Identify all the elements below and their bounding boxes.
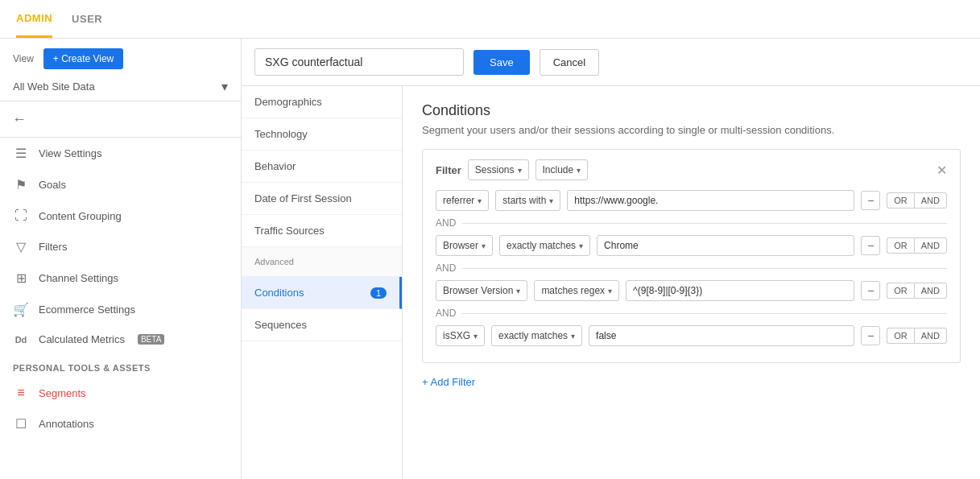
chevron-down-icon: ▾ <box>473 332 478 341</box>
remove-row-button-3[interactable]: − <box>861 281 880 300</box>
or-button-3[interactable]: OR <box>887 283 914 299</box>
chevron-down-icon: ▾ <box>221 79 228 94</box>
operator-selected-4: exactly matches <box>498 330 568 341</box>
segments-icon: ≡ <box>13 386 29 400</box>
or-and-group-1: OR AND <box>887 192 947 209</box>
sidebar-item-content-grouping[interactable]: ⛶ Content Grouping <box>0 200 241 231</box>
operator-selected-3: matches regex <box>541 285 605 296</box>
remove-row-button-4[interactable]: − <box>861 326 880 345</box>
segment-type-date-of-first-session[interactable]: Date of First Session <box>242 183 402 215</box>
filter-row-3: Browser Version ▾ matches regex ▾ − OR A… <box>436 280 947 301</box>
cancel-button[interactable]: Cancel <box>540 49 599 76</box>
top-nav: ADMIN USER <box>0 0 980 39</box>
field-selected-3: Browser Version <box>443 285 513 296</box>
field-selected-4: isSXG <box>443 330 470 341</box>
conditions-panel: Conditions Segment your users and/or the… <box>403 86 980 479</box>
sidebar-item-goals[interactable]: ⚑ Goals <box>0 169 241 200</box>
operator-dropdown-3[interactable]: matches regex ▾ <box>534 280 619 301</box>
content-grouping-icon: ⛶ <box>13 209 29 223</box>
field-dropdown-1[interactable]: referrer ▾ <box>436 190 489 211</box>
conditions-title: Conditions <box>422 102 961 119</box>
channel-icon: ⊞ <box>13 270 29 286</box>
tab-admin[interactable]: ADMIN <box>16 1 52 38</box>
and-button-1[interactable]: AND <box>914 192 947 209</box>
or-button-2[interactable]: OR <box>887 237 914 254</box>
scope-dropdown[interactable]: Sessions ▾ <box>468 159 529 180</box>
filter-label: Filter <box>436 164 461 176</box>
operator-dropdown-4[interactable]: exactly matches ▾ <box>491 325 582 346</box>
or-and-group-2: OR AND <box>887 237 947 254</box>
operator-dropdown-1[interactable]: starts with ▾ <box>495 190 560 211</box>
field-dropdown-4[interactable]: isSXG ▾ <box>436 325 485 346</box>
scope-selected: Sessions <box>475 164 515 175</box>
filter-close-button[interactable]: ✕ <box>937 163 947 178</box>
remove-row-button-2[interactable]: − <box>861 236 880 255</box>
and-button-2[interactable]: AND <box>914 237 947 254</box>
chevron-down-icon: ▾ <box>518 166 522 175</box>
field-selected-1: referrer <box>443 195 474 206</box>
goals-icon: ⚑ <box>13 177 29 192</box>
sidebar-item-ecommerce-settings[interactable]: 🛒 Ecommerce Settings <box>0 294 241 325</box>
sidebar-item-filters[interactable]: ▽ Filters <box>0 231 241 262</box>
include-selected: Include <box>543 164 574 175</box>
create-view-button[interactable]: + Create View <box>43 48 124 69</box>
chevron-down-icon: ▾ <box>549 196 553 205</box>
field-dropdown-3[interactable]: Browser Version ▾ <box>436 280 527 301</box>
annotations-icon: ☐ <box>13 416 29 432</box>
segment-type-sequences[interactable]: Sequences <box>242 309 402 341</box>
filter-row-4: isSXG ▾ exactly matches ▾ − OR AND <box>436 325 947 346</box>
filter-name-input[interactable] <box>254 48 464 76</box>
view-select-row: All Web Site Data ▾ <box>0 76 241 101</box>
filter-value-input-3[interactable] <box>626 280 854 301</box>
and-separator-1: AND <box>436 217 947 229</box>
operator-selected-2: exactly matches <box>507 240 576 251</box>
view-select-dropdown[interactable]: All Web Site Data ▾ <box>13 79 228 94</box>
sidebar-item-label: Calculated Metrics <box>39 333 125 345</box>
or-button-4[interactable]: OR <box>887 328 914 344</box>
conditions-badge: 1 <box>370 287 387 299</box>
chevron-down-icon: ▾ <box>571 332 575 341</box>
sidebar: View + Create View All Web Site Data ▾ ←… <box>0 39 242 479</box>
sidebar-item-view-settings[interactable]: ☰ View Settings <box>0 138 241 169</box>
and-button-3[interactable]: AND <box>914 283 947 299</box>
sidebar-item-calculated-metrics[interactable]: Dd Calculated Metrics BETA <box>0 325 241 353</box>
sidebar-item-label: View Settings <box>39 147 102 159</box>
and-button-4[interactable]: AND <box>914 328 947 344</box>
filter-value-input-2[interactable] <box>597 235 854 256</box>
advanced-label: Advanced <box>242 247 402 277</box>
or-button-1[interactable]: OR <box>887 192 914 209</box>
sidebar-item-annotations[interactable]: ☐ Annotations <box>0 408 241 440</box>
filter-row-2: Browser ▾ exactly matches ▾ − OR AND <box>436 235 947 256</box>
segment-type-conditions[interactable]: Conditions 1 <box>242 277 402 309</box>
main-layout: View + Create View All Web Site Data ▾ ←… <box>0 39 980 479</box>
view-settings-icon: ☰ <box>13 146 29 161</box>
segment-type-technology[interactable]: Technology <box>242 118 402 151</box>
save-button[interactable]: Save <box>473 50 530 75</box>
or-and-group-3: OR AND <box>887 283 947 299</box>
view-section: View + Create View <box>0 39 241 76</box>
filter-value-input-1[interactable] <box>567 190 854 211</box>
filter-block: Filter Sessions ▾ Include ▾ ✕ <box>422 149 961 363</box>
right-panel: Save Cancel Demographics Technology Beha… <box>242 39 980 479</box>
include-dropdown[interactable]: Include ▾ <box>535 159 589 180</box>
sidebar-item-label: Ecommerce Settings <box>39 304 135 316</box>
chevron-down-icon: ▾ <box>577 166 581 175</box>
filter-value-input-4[interactable] <box>589 325 854 346</box>
sidebar-item-label: Segments <box>39 387 86 399</box>
segment-type-behavior[interactable]: Behavior <box>242 151 402 183</box>
back-button[interactable]: ← <box>6 106 32 132</box>
segment-type-traffic-sources[interactable]: Traffic Sources <box>242 215 402 247</box>
field-dropdown-2[interactable]: Browser ▾ <box>436 235 493 256</box>
beta-badge: BETA <box>138 334 164 345</box>
sidebar-item-segments[interactable]: ≡ Segments <box>0 378 241 408</box>
tab-user[interactable]: USER <box>72 2 102 36</box>
filter-name-bar: Save Cancel <box>242 39 980 86</box>
segment-type-demographics[interactable]: Demographics <box>242 86 402 118</box>
remove-row-button-1[interactable]: − <box>861 191 880 210</box>
operator-dropdown-2[interactable]: exactly matches ▾ <box>499 235 590 256</box>
view-select-text: All Web Site Data <box>13 81 95 93</box>
filter-row-1: referrer ▾ starts with ▾ − OR AND <box>436 190 947 211</box>
add-filter-button[interactable]: + Add Filter <box>422 370 475 394</box>
sidebar-item-channel-settings[interactable]: ⊞ Channel Settings <box>0 262 241 294</box>
chevron-down-icon: ▾ <box>482 242 486 250</box>
